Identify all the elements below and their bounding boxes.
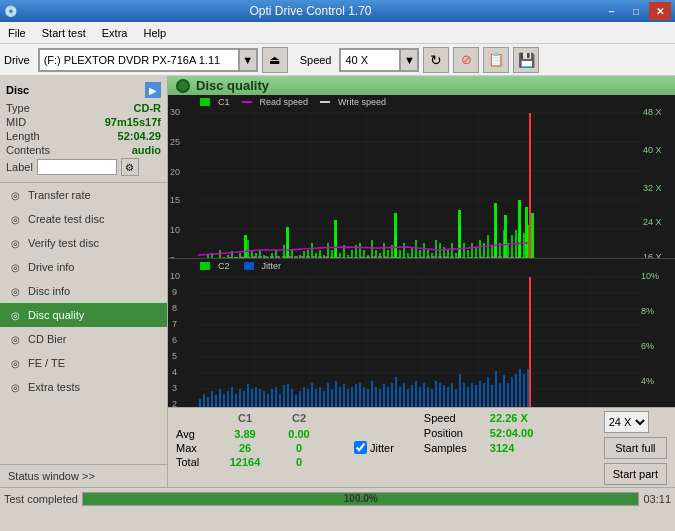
svg-rect-212 [391, 383, 393, 407]
svg-rect-119 [518, 200, 521, 258]
menu-extra[interactable]: Extra [94, 25, 136, 41]
svg-rect-118 [504, 215, 507, 258]
svg-rect-179 [259, 389, 261, 407]
svg-rect-168 [215, 395, 217, 407]
svg-rect-165 [203, 394, 205, 407]
svg-rect-220 [423, 383, 425, 407]
drive-select[interactable]: (F:) PLEXTOR DVDR PX-716A 1.11 [39, 49, 239, 71]
label-input[interactable] [37, 159, 117, 175]
fe-te-icon: ◎ [8, 356, 22, 370]
length-label: Length [6, 130, 40, 142]
svg-text:6%: 6% [641, 341, 654, 351]
svg-rect-240 [503, 375, 505, 407]
svg-text:10: 10 [170, 225, 180, 235]
jitter-checkbox[interactable] [354, 441, 367, 454]
svg-rect-97 [471, 243, 473, 258]
svg-rect-234 [479, 381, 481, 407]
speed-select[interactable]: 40 X [340, 49, 400, 71]
sidebar-item-verify-test-disc[interactable]: ◎ Verify test disc [0, 231, 167, 255]
menu-file[interactable]: File [0, 25, 34, 41]
maximize-button[interactable]: □ [625, 2, 647, 20]
svg-rect-217 [411, 385, 413, 407]
svg-rect-116 [458, 210, 461, 258]
menubar: File Start test Extra Help [0, 22, 675, 44]
svg-rect-202 [351, 387, 353, 407]
svg-rect-114 [334, 220, 337, 258]
cd-bier-icon: ◎ [8, 332, 22, 346]
max-c2: 0 [274, 442, 324, 454]
svg-rect-67 [351, 250, 353, 258]
svg-rect-185 [283, 385, 285, 407]
svg-rect-211 [387, 387, 389, 407]
speed-label: Speed [300, 54, 332, 66]
svg-rect-243 [515, 374, 517, 407]
info-button[interactable]: 📋 [483, 47, 509, 73]
action-buttons: 24 X Start full Start part [604, 411, 667, 485]
menu-start-test[interactable]: Start test [34, 25, 94, 41]
total-c1: 12164 [220, 456, 270, 468]
disc-arrow-button[interactable]: ▶ [145, 82, 161, 98]
label-settings-button[interactable]: ⚙ [121, 158, 139, 176]
sidebar-item-extra-tests-label: Extra tests [28, 381, 80, 393]
avg-c2: 0.00 [274, 428, 324, 440]
svg-rect-227 [451, 383, 453, 407]
speed-dropdown[interactable]: 24 X [604, 411, 649, 433]
minimize-button[interactable]: − [601, 2, 623, 20]
svg-rect-225 [443, 385, 445, 407]
start-full-button[interactable]: Start full [604, 437, 667, 459]
jitter-check-label: Jitter [370, 442, 394, 454]
status-window-button[interactable]: Status window >> [0, 464, 167, 487]
svg-text:7: 7 [172, 319, 177, 329]
sidebar-item-create-test-disc[interactable]: ◎ Create test disc [0, 207, 167, 231]
svg-rect-214 [399, 387, 401, 407]
svg-rect-200 [343, 384, 345, 407]
svg-rect-224 [439, 383, 441, 407]
sidebar-item-disc-info[interactable]: ◎ Disc info [0, 279, 167, 303]
sidebar-item-fe-te[interactable]: ◎ FE / TE [0, 351, 167, 375]
sidebar-item-cd-bier[interactable]: ◎ CD Bier [0, 327, 167, 351]
eject-button[interactable]: ⏏ [262, 47, 288, 73]
save-button[interactable]: 💾 [513, 47, 539, 73]
svg-rect-171 [227, 391, 229, 407]
close-button[interactable]: ✕ [649, 2, 671, 20]
sidebar: Disc ▶ Type CD-R MID 97m15s17f Length 52… [0, 76, 168, 487]
sidebar-item-drive-info[interactable]: ◎ Drive info [0, 255, 167, 279]
drivebar: Drive (F:) PLEXTOR DVDR PX-716A 1.11 ▼ ⏏… [0, 44, 675, 76]
svg-rect-181 [267, 394, 269, 407]
svg-rect-180 [263, 391, 265, 407]
speed-select-arrow[interactable]: ▼ [400, 49, 418, 71]
menu-help[interactable]: Help [135, 25, 174, 41]
sidebar-item-disc-quality[interactable]: ◎ Disc quality [0, 303, 167, 327]
sidebar-item-verify-test-disc-label: Verify test disc [28, 237, 99, 249]
drive-select-arrow[interactable]: ▼ [239, 49, 257, 71]
svg-rect-199 [339, 387, 341, 407]
svg-text:15: 15 [170, 195, 180, 205]
svg-rect-206 [367, 389, 369, 407]
start-part-button[interactable]: Start part [604, 463, 667, 485]
svg-rect-208 [375, 387, 377, 407]
sidebar-item-transfer-rate[interactable]: ◎ Transfer rate [0, 183, 167, 207]
verify-test-disc-icon: ◎ [8, 236, 22, 250]
c1-header: C1 [220, 412, 270, 424]
disc-quality-header: Disc quality [168, 76, 675, 95]
upper-chart: C1 Read speed Write speed 30 25 20 15 10… [168, 95, 675, 259]
svg-rect-221 [427, 387, 429, 407]
svg-rect-242 [511, 377, 513, 407]
create-test-disc-icon: ◎ [8, 212, 22, 226]
statusbar: Test completed 100.0% 03:11 [0, 487, 675, 509]
c2-header: C2 [274, 412, 324, 424]
lower-chart: C2 Jitter 10 9 8 7 6 5 4 3 2 1 10% 8% [168, 259, 675, 407]
refresh-button[interactable]: ↻ [423, 47, 449, 73]
svg-rect-246 [527, 369, 529, 407]
svg-rect-209 [379, 389, 381, 407]
erase-button[interactable]: ⊘ [453, 47, 479, 73]
sidebar-menu: ◎ Transfer rate ◎ Create test disc ◎ Ver… [0, 183, 167, 464]
svg-rect-85 [423, 243, 425, 258]
type-value: CD-R [134, 102, 162, 114]
progress-container: 100.0% [82, 492, 639, 506]
svg-rect-92 [451, 243, 453, 258]
sidebar-item-extra-tests[interactable]: ◎ Extra tests [0, 375, 167, 399]
svg-rect-245 [523, 374, 525, 407]
svg-rect-219 [419, 387, 421, 407]
svg-rect-233 [475, 385, 477, 407]
